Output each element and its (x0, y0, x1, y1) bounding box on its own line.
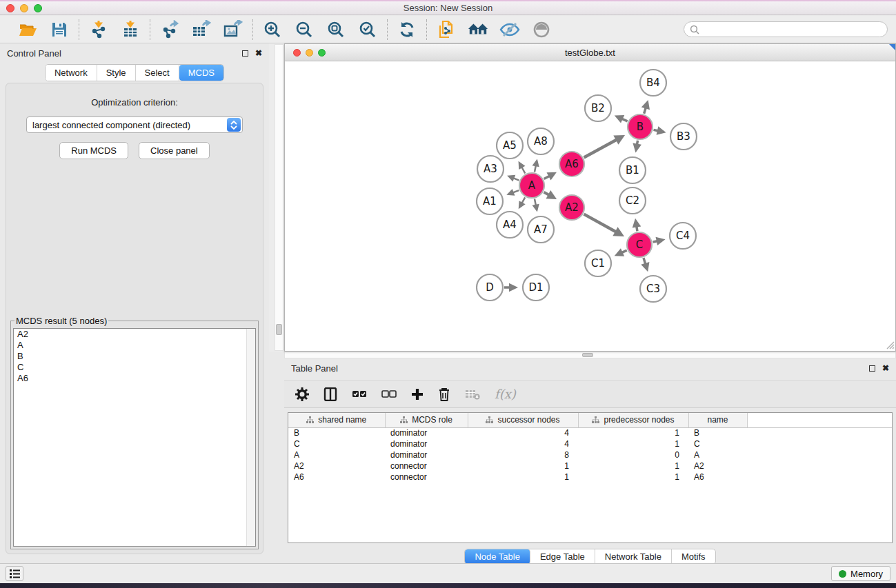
vscroll-thumb[interactable] (276, 324, 282, 335)
column-header-predecessor-nodes[interactable]: predecessor nodes (578, 413, 688, 427)
table-row[interactable]: Adominator80A (288, 449, 892, 460)
zoom-selected-icon[interactable] (357, 19, 378, 40)
table-cell[interactable]: connector (385, 472, 468, 483)
table-cell[interactable]: 1 (578, 460, 688, 472)
column-header-name[interactable]: name (688, 413, 747, 427)
mcds-result-item[interactable]: A2 (14, 329, 255, 340)
table-cell[interactable]: A6 (688, 472, 747, 483)
desktop-vertical-scrollbar[interactable] (275, 44, 283, 351)
column-header-MCDS-role[interactable]: MCDS role (385, 413, 468, 427)
graph-edge-A2-C[interactable] (584, 214, 616, 232)
close-panel-icon[interactable]: ✖ (255, 49, 262, 57)
mcds-result-item[interactable]: B (14, 351, 255, 362)
mcds-result-item[interactable]: A6 (14, 373, 255, 384)
graph-edge-A-A2[interactable] (544, 192, 549, 195)
delete-column-icon[interactable] (438, 387, 450, 401)
table-cell[interactable]: dominator (385, 438, 468, 449)
network-canvas[interactable]: B4B2BB3B1A5A8A6A3AA1A2C2A4A7CC1C4C3DD1 (285, 61, 895, 350)
task-history-button[interactable] (6, 566, 23, 581)
column-header-shared-name[interactable]: shared name (288, 413, 385, 427)
table-cell[interactable]: A (288, 449, 385, 460)
graph-edge-B-B4[interactable] (644, 108, 646, 113)
refresh-layout-icon[interactable] (397, 19, 417, 40)
float-table-panel-icon[interactable] (869, 365, 875, 372)
criterion-select[interactable]: largest connected component (directed) (26, 116, 243, 133)
graph-edge-A-A6[interactable] (544, 176, 550, 179)
table-cell[interactable]: 4 (468, 427, 578, 438)
table-cell[interactable]: 1 (578, 438, 688, 449)
graph-edge-A-A4[interactable] (522, 197, 526, 203)
settings-gear-icon[interactable] (295, 387, 309, 401)
network-graph[interactable]: B4B2BB3B1A5A8A6A3AA1A2C2A4A7CC1C4C3DD1 (285, 61, 895, 350)
desktop-horizontal-scrollbar[interactable] (284, 352, 896, 358)
network-window-titlebar[interactable]: testGlobe.txt (285, 44, 895, 61)
table-cell[interactable]: 4 (468, 438, 578, 449)
graph-edge-A-A8[interactable] (535, 165, 536, 172)
select-all-icon[interactable] (352, 390, 367, 398)
tab-edge-table[interactable]: Edge Table (530, 549, 595, 564)
zoom-out-icon[interactable] (294, 19, 315, 40)
zoom-in-icon[interactable] (262, 19, 283, 40)
zoom-fit-icon[interactable] (326, 19, 346, 40)
mcds-result-list[interactable]: A2ABCA6 (13, 328, 256, 547)
tab-style[interactable]: Style (97, 65, 136, 81)
open-session-icon[interactable] (17, 19, 38, 40)
table-cell[interactable]: dominator (385, 449, 468, 460)
table-cell[interactable]: B (288, 427, 385, 438)
import-table-icon[interactable] (120, 19, 141, 40)
export-image-icon[interactable] (223, 19, 243, 40)
close-panel-button[interactable]: Close panel (139, 142, 210, 159)
resize-grip-icon[interactable] (885, 340, 895, 349)
table-cell[interactable]: A2 (688, 460, 747, 472)
float-panel-icon[interactable] (242, 50, 248, 57)
graph-edge-C-C1[interactable] (622, 250, 627, 252)
graph-edge-C-C3[interactable] (644, 258, 646, 264)
table-cell[interactable]: A6 (288, 472, 385, 483)
graph-edge-C-C2[interactable] (637, 227, 637, 232)
deselect-all-icon[interactable] (381, 390, 397, 398)
table-cell[interactable]: 8 (468, 449, 578, 460)
mcds-result-item[interactable]: A (14, 340, 255, 351)
tab-network[interactable]: Network (46, 65, 97, 81)
table-cell[interactable]: C (688, 438, 747, 449)
export-network-icon[interactable] (159, 19, 180, 40)
table-cell[interactable]: A (688, 449, 747, 460)
table-cell[interactable]: 1 (578, 472, 688, 483)
column-header-successor-nodes[interactable]: successor nodes (468, 413, 578, 427)
graph-edge-A-A5[interactable] (521, 168, 525, 174)
run-mcds-button[interactable]: Run MCDS (59, 142, 128, 159)
close-table-panel-icon[interactable]: ✖ (882, 364, 889, 372)
table-cell[interactable]: 0 (578, 449, 688, 460)
search-field[interactable] (684, 21, 888, 37)
duplicate-network-icon[interactable] (436, 19, 457, 40)
table-cell[interactable]: 1 (468, 460, 578, 472)
tab-select[interactable]: Select (136, 65, 179, 81)
mcds-result-item[interactable]: C (14, 362, 255, 373)
table-cell[interactable]: A2 (288, 460, 385, 472)
table-row[interactable]: A2connector11A2 (288, 460, 892, 472)
graph-edge-A-A1[interactable] (513, 190, 519, 192)
memory-button[interactable]: Memory (831, 566, 890, 581)
tab-node-table[interactable]: Node Table (465, 549, 530, 564)
table-cell[interactable]: 1 (578, 427, 688, 438)
table-cell[interactable]: B (688, 427, 747, 438)
tab-network-table[interactable]: Network Table (595, 549, 672, 564)
show-details-icon[interactable] (531, 19, 552, 40)
table-cell[interactable]: connector (385, 460, 468, 472)
graph-edge-A-A3[interactable] (513, 178, 519, 180)
hide-details-icon[interactable] (499, 19, 520, 40)
show-columns-icon[interactable] (323, 387, 337, 401)
table-row[interactable]: Cdominator41C (288, 438, 892, 449)
result-scrollbar[interactable] (246, 329, 255, 546)
table-cell[interactable]: 1 (468, 472, 578, 483)
table-cell[interactable]: dominator (385, 427, 468, 438)
search-input[interactable] (703, 25, 882, 34)
save-session-icon[interactable] (49, 19, 70, 40)
table-cell[interactable]: C (288, 438, 385, 449)
table-row[interactable]: Bdominator41B (288, 427, 892, 438)
tab-mcds[interactable]: MCDS (179, 65, 223, 81)
graph-edge-A-A7[interactable] (535, 199, 536, 205)
table-row[interactable]: A6connector11A6 (288, 472, 892, 483)
hscroll-thumb[interactable] (582, 353, 593, 357)
import-network-icon[interactable] (88, 19, 109, 40)
